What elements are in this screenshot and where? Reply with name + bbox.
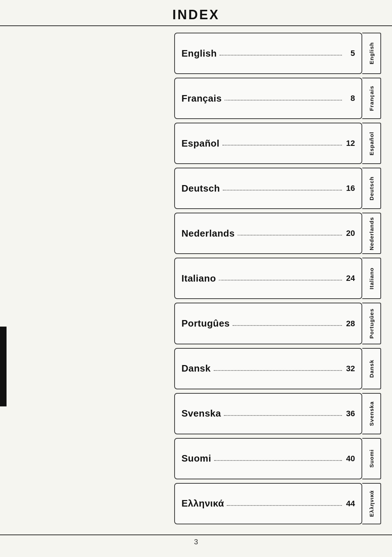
index-label: Portugûes xyxy=(181,318,230,329)
index-tab-italiano[interactable]: Italiano xyxy=(362,258,381,299)
index-tab-svenska[interactable]: Svenska xyxy=(362,393,381,434)
index-box-nederlands[interactable]: Nederlands20 xyxy=(174,213,362,254)
index-page-num: 5 xyxy=(345,49,355,58)
index-tab-[interactable]: Ελληνικά xyxy=(362,483,381,524)
index-label: Dansk xyxy=(181,363,211,374)
page-number: 3 xyxy=(0,538,392,546)
index-dots xyxy=(214,370,342,371)
index-row: Français8Français xyxy=(174,78,381,119)
index-dots xyxy=(233,325,342,326)
index-tab-label: Deutsch xyxy=(368,176,375,200)
index-dots xyxy=(219,280,342,280)
index-label: Français xyxy=(181,93,222,104)
index-dots xyxy=(225,100,342,101)
index-page-num: 12 xyxy=(345,139,355,148)
index-tab-espaol[interactable]: Español xyxy=(362,123,381,164)
top-divider xyxy=(0,25,392,26)
index-label: Deutsch xyxy=(181,183,220,194)
index-row: Español12Español xyxy=(174,123,381,164)
index-page-num: 28 xyxy=(345,319,355,328)
index-tab-suomi[interactable]: Suomi xyxy=(362,438,381,479)
index-tab-label: Nederlands xyxy=(368,217,375,250)
bottom-divider xyxy=(0,535,392,535)
index-tab-nederlands[interactable]: Nederlands xyxy=(362,213,381,254)
index-label: English xyxy=(181,48,217,59)
index-page-num: 20 xyxy=(345,229,355,238)
index-row: Suomi40Suomi xyxy=(174,438,381,479)
index-page-num: 16 xyxy=(345,184,355,193)
index-tab-label: Svenska xyxy=(368,401,375,426)
index-row: Portugûes28Portugûes xyxy=(174,303,381,344)
index-box-svenska[interactable]: Svenska36 xyxy=(174,393,362,434)
left-bar xyxy=(0,327,7,406)
index-tab-label: Suomi xyxy=(368,449,375,468)
index-label: Ελληνικά xyxy=(181,498,224,509)
index-box-suomi[interactable]: Suomi40 xyxy=(174,438,362,479)
index-page-num: 24 xyxy=(345,274,355,283)
index-page-num: 44 xyxy=(345,499,355,508)
index-box-italiano[interactable]: Italiano24 xyxy=(174,258,362,299)
index-row: English5English xyxy=(174,33,381,74)
index-label: Svenska xyxy=(181,408,221,419)
index-list: English5EnglishFrançais8FrançaisEspañol1… xyxy=(174,33,381,528)
index-tab-label: Français xyxy=(368,86,375,111)
index-dots xyxy=(214,460,342,461)
index-row: Dansk32Dansk xyxy=(174,348,381,389)
index-label: Suomi xyxy=(181,453,211,464)
index-box-dansk[interactable]: Dansk32 xyxy=(174,348,362,389)
index-box-english[interactable]: English5 xyxy=(174,33,362,74)
page-title: INDEX xyxy=(0,7,392,22)
index-page-num: 8 xyxy=(345,94,355,103)
index-tab-dansk[interactable]: Dansk xyxy=(362,348,381,389)
page: INDEX English5EnglishFrançais8FrançaisEs… xyxy=(0,0,392,557)
index-row: Ελληνικά44Ελληνικά xyxy=(174,483,381,524)
index-box-[interactable]: Ελληνικά44 xyxy=(174,483,362,524)
index-box-deutsch[interactable]: Deutsch16 xyxy=(174,168,362,209)
index-tab-label: English xyxy=(368,42,375,64)
index-tab-label: Dansk xyxy=(368,360,375,378)
index-tab-franais[interactable]: Français xyxy=(362,78,381,119)
index-row: Deutsch16Deutsch xyxy=(174,168,381,209)
index-tab-deutsch[interactable]: Deutsch xyxy=(362,168,381,209)
index-row: Italiano24Italiano xyxy=(174,258,381,299)
index-tab-label: Español xyxy=(368,132,375,155)
index-tab-label: Italiano xyxy=(368,267,375,290)
index-page-num: 40 xyxy=(345,454,355,463)
index-box-espaol[interactable]: Español12 xyxy=(174,123,362,164)
index-box-franais[interactable]: Français8 xyxy=(174,78,362,119)
index-label: Español xyxy=(181,138,220,149)
index-dots xyxy=(223,190,342,191)
index-row: Nederlands20Nederlands xyxy=(174,213,381,254)
index-row: Svenska36Svenska xyxy=(174,393,381,434)
index-label: Italiano xyxy=(181,273,216,284)
index-tab-portuges[interactable]: Portugûes xyxy=(362,303,381,344)
index-page-num: 32 xyxy=(345,364,355,373)
index-dots xyxy=(220,55,342,56)
index-dots xyxy=(227,505,342,506)
index-tab-label: Portugûes xyxy=(368,308,375,339)
index-dots xyxy=(224,415,342,416)
index-dots xyxy=(222,145,342,146)
index-box-portuges[interactable]: Portugûes28 xyxy=(174,303,362,344)
index-dots xyxy=(238,235,342,236)
index-tab-label: Ελληνικά xyxy=(368,490,375,517)
index-tab-english[interactable]: English xyxy=(362,33,381,74)
index-label: Nederlands xyxy=(181,228,235,239)
index-page-num: 36 xyxy=(345,409,355,418)
